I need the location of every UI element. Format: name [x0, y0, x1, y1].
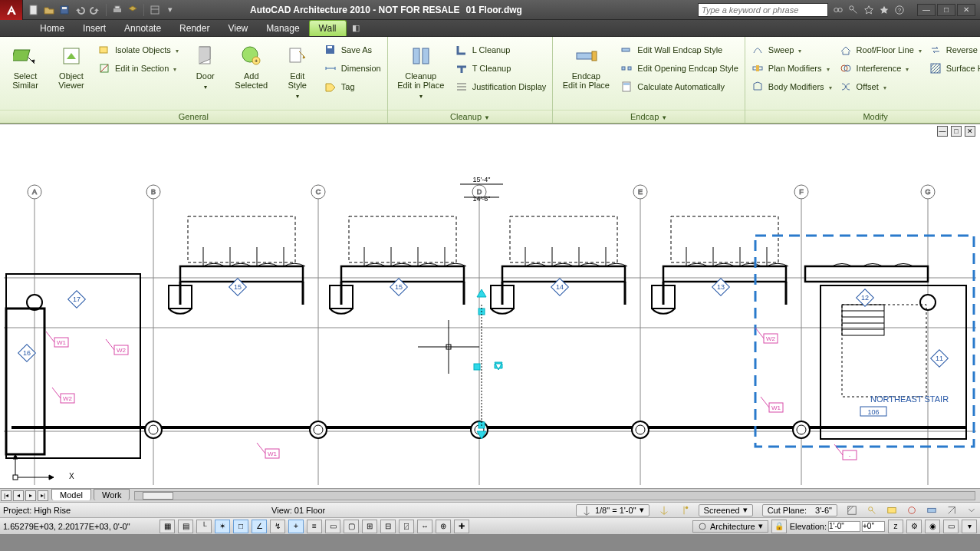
toolbar-extra4[interactable]: ✚: [454, 520, 469, 533]
cleanup-edit-in-place-button[interactable]: Cleanup Edit in Place▾: [394, 41, 448, 101]
layer-state-dropdown[interactable]: Screened ▾: [699, 504, 753, 516]
elevation-input[interactable]: [828, 521, 860, 532]
favorite-icon[interactable]: [879, 5, 890, 15]
grid-toggle[interactable]: ▤: [178, 520, 193, 533]
app-menu-button[interactable]: [0, 0, 23, 20]
osnap-toggle[interactable]: □: [233, 520, 248, 533]
roof-floor-button[interactable]: Roof/Floor Line: [840, 41, 922, 58]
search-input[interactable]: [698, 3, 828, 17]
tab-insert[interactable]: Insert: [74, 20, 115, 36]
match-icon[interactable]: ▾: [164, 4, 176, 16]
tab-nav-next[interactable]: ▸: [25, 490, 36, 501]
ribbon-extra-button[interactable]: ◧: [347, 20, 365, 36]
binoculars-icon[interactable]: [833, 5, 844, 15]
model-toggle[interactable]: ▢: [344, 520, 359, 533]
tag-button[interactable]: Tag: [324, 78, 381, 95]
drawing-canvas[interactable]: — □ ✕ ABCDEFG: [0, 124, 980, 502]
interference-button[interactable]: Interference: [840, 60, 922, 77]
sweep-button[interactable]: Sweep: [751, 41, 832, 58]
tab-manage[interactable]: Manage: [257, 20, 308, 36]
viewport-close-button[interactable]: ✕: [965, 126, 975, 137]
reverse-button[interactable]: Reverse: [929, 41, 980, 58]
qview-drawings-button[interactable]: ⊟: [380, 520, 396, 533]
panel-endcap-title[interactable]: Endcap▼: [553, 110, 744, 123]
dyn-toggle[interactable]: +: [288, 520, 304, 533]
h-scrollbar[interactable]: [134, 491, 975, 500]
elevation-control[interactable]: Elevation:: [790, 521, 885, 532]
workspace-switch[interactable]: Architecture ▾: [692, 520, 768, 533]
status-show-menu-icon[interactable]: [966, 505, 977, 516]
print-icon[interactable]: [111, 4, 123, 16]
tab-nav-last[interactable]: ▸|: [38, 490, 48, 501]
isolate-objects-status-button[interactable]: ◉: [925, 520, 940, 533]
toolbar-extra1[interactable]: ⍁: [399, 520, 414, 533]
minimize-button[interactable]: —: [917, 4, 936, 16]
polar-toggle[interactable]: ✶: [215, 520, 230, 533]
qview-layouts-button[interactable]: ⊞: [362, 520, 377, 533]
panel-general-title[interactable]: General: [0, 110, 387, 123]
hardware-accel-button[interactable]: ⚙: [906, 520, 922, 533]
plan-modifiers-button[interactable]: Plan Modifiers: [751, 60, 832, 77]
tab-render[interactable]: Render: [170, 20, 219, 36]
cut-plane[interactable]: Cut Plane: 3'-6": [762, 504, 837, 516]
panel-modify-title[interactable]: Modify: [745, 110, 980, 123]
panel-cleanup-title[interactable]: Cleanup▼: [388, 110, 553, 123]
tab-nav-prev[interactable]: ◂: [13, 490, 24, 501]
zaxis-icon[interactable]: [946, 505, 957, 516]
calculate-auto-button[interactable]: Calculate Automatically: [620, 78, 738, 95]
close-button[interactable]: ✕: [957, 4, 975, 16]
coords-readout[interactable]: 1.65279E+03, 2.20177E+03, 0'-0": [3, 522, 156, 531]
replace-z-button[interactable]: z: [888, 520, 903, 533]
tab-home[interactable]: Home: [31, 20, 74, 36]
tab-annotate[interactable]: Annotate: [115, 20, 170, 36]
layout-tab-work[interactable]: Work: [94, 489, 130, 500]
door-button[interactable]: Door▾: [186, 41, 225, 92]
maximize-button[interactable]: □: [937, 4, 955, 16]
t-cleanup-button[interactable]: T Cleanup: [455, 60, 547, 77]
edit-in-section-button[interactable]: Edit in Section: [98, 60, 179, 77]
tab-view[interactable]: View: [219, 20, 257, 36]
surface-hatch-button[interactable]: Surface Hatch: [929, 60, 980, 77]
replace-z-input[interactable]: [862, 521, 885, 532]
qp-toggle[interactable]: ▭: [325, 520, 340, 533]
help-icon[interactable]: ?: [894, 5, 905, 15]
layer-key-icon[interactable]: [867, 505, 877, 516]
viewport-maximize-button[interactable]: □: [951, 126, 962, 137]
ducs-toggle[interactable]: ↯: [270, 520, 285, 533]
add-selected-button[interactable]: + Add Selected: [232, 41, 271, 90]
annotation-scale[interactable]: 1/8" = 1'-0" ▾: [576, 504, 649, 516]
offset-button[interactable]: Offset: [840, 78, 922, 95]
layer-icon[interactable]: [127, 4, 139, 16]
otrack-toggle[interactable]: ∠: [252, 520, 267, 533]
edit-wall-endcap-button[interactable]: Edit Wall Endcap Style: [620, 41, 738, 58]
save-as-button[interactable]: Save As: [324, 41, 381, 58]
toolbar-extra3[interactable]: ⊕: [436, 520, 451, 533]
clean-screen-button[interactable]: ▭: [943, 520, 959, 533]
isolate-objects-button[interactable]: Isolate Objects: [98, 41, 179, 58]
status-tray-menu[interactable]: ▾: [962, 520, 977, 533]
unit-toggle-icon[interactable]: [886, 505, 897, 516]
tab-wall[interactable]: Wall: [309, 20, 347, 36]
properties-icon[interactable]: [149, 4, 161, 16]
save-icon[interactable]: [58, 4, 71, 16]
endcap-edit-in-place-button[interactable]: Endcap Edit in Place: [559, 41, 613, 90]
new-icon[interactable]: [28, 4, 40, 16]
object-viewer-button[interactable]: Object Viewer: [52, 41, 90, 90]
ortho-toggle[interactable]: └: [196, 520, 212, 533]
layout-tab-model[interactable]: Model: [51, 489, 91, 500]
justification-display-button[interactable]: Justification Display: [455, 78, 547, 95]
lock-ui-button[interactable]: 🔒: [771, 520, 787, 533]
edit-opening-endcap-button[interactable]: Edit Opening Endcap Style: [620, 60, 738, 77]
body-modifiers-button[interactable]: Body Modifiers: [751, 78, 832, 95]
annotation-visibility-icon[interactable]: [659, 505, 669, 516]
select-similar-button[interactable]: Select Similar: [6, 41, 44, 90]
aec-dim-icon[interactable]: [906, 505, 917, 516]
l-cleanup-button[interactable]: L Cleanup: [455, 41, 547, 58]
subscription-icon[interactable]: [863, 5, 874, 15]
surface-hatch-toggle-icon[interactable]: [847, 505, 857, 516]
open-icon[interactable]: [43, 4, 55, 16]
wall-toggle-icon[interactable]: [926, 505, 937, 516]
lwt-toggle[interactable]: ≡: [307, 520, 322, 533]
edit-style-button[interactable]: Edit Style▾: [278, 41, 317, 101]
tab-nav-first[interactable]: |◂: [1, 490, 12, 501]
